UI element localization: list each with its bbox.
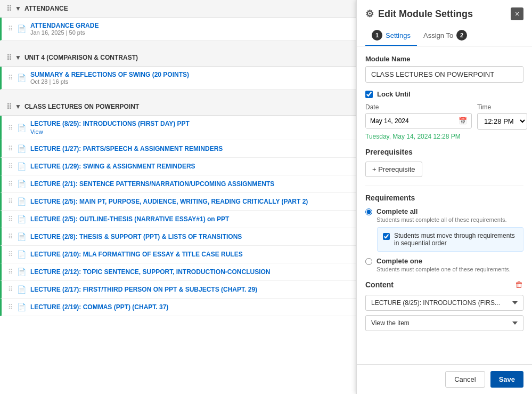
tab-assign-to-label: Assign To [423,31,453,39]
item-title: SUMMARY & REFLECTIONS OF SWING (20 POINT… [30,71,349,78]
list-item[interactable]: ⠿ 📄 SUMMARY & REFLECTIONS OF SWING (20 P… [0,67,356,90]
drag-handle-icon: ⠿ [8,145,13,152]
file-icon: 📄 [17,268,26,276]
modal-body: Module Name Lock Until Date 📅 Time [357,46,532,364]
tab-settings[interactable]: 1 Settings [365,26,417,46]
toggle-icon[interactable]: ▼ [15,5,21,12]
save-button[interactable]: Save [490,371,523,388]
sequential-label: Students must move through requirements … [394,232,518,247]
modal-title: ⚙ Edit Module Settings [365,8,473,20]
item-title: ATTENDANCE GRADE [30,22,349,29]
section-header-class-lectures[interactable]: ⠿ ▼ CLASS LECTURES ON POWERPOINT [0,98,356,116]
tab-settings-label: Settings [386,31,411,39]
item-content: LECTURE (1/29): SWING & ASSIGNMENT REMIN… [30,163,349,170]
list-item[interactable]: ⠿ 📄 ATTENDANCE GRADE Jan 16, 2025 | 50 p… [0,18,356,41]
content-header: Content 🗑 [365,280,523,290]
module-name-label: Module Name [365,55,523,63]
add-prerequisite-button[interactable]: + Prerequisite [365,162,422,177]
section-title-class-lectures: CLASS LECTURES ON POWERPOINT [24,103,139,110]
drag-handle-icon: ⠿ [8,163,13,170]
item-content: LECTURE (8/25): INTRODUCTIONS (FIRST DAY… [30,120,349,135]
item-title: LECTURE (2/1): SENTENCE PATTERNS/NARRATI… [30,180,349,188]
section-title-attendance: ATTENDANCE [24,5,68,12]
course-content-list: ⠿ ▼ ATTENDANCE ⠿ 📄 ATTENDANCE GRADE Jan … [0,0,356,394]
file-icon: 📄 [17,303,26,311]
item-title: LECTURE (2/5): OUTLINE-THESIS (NARRATIVE… [30,215,349,223]
item-title: LECTURE (2/17): FIRST/THIRD PERSON ON PP… [30,286,349,293]
content-title: Content [365,280,394,289]
complete-all-radio[interactable] [365,208,372,215]
complete-one-radio[interactable] [365,258,372,265]
item-title: LECTURE (8/25): INTRODUCTIONS (FIRST DAY… [30,120,349,127]
complete-all-row: Complete all Students must complete all … [365,207,523,223]
list-item[interactable]: ⠿ 📄 LECTURE (2/8): THESIS & SUPPORT (PPT… [0,228,356,246]
list-item[interactable]: ⠿ 📄 LECTURE (8/25): INTRODUCTIONS (FIRST… [0,116,356,140]
drag-handle-icon: ⠿ [8,198,13,205]
drag-handle-icon: ⠿ [8,124,13,132]
item-content: LECTURE (2/8): THESIS & SUPPORT (PPT) & … [30,233,349,240]
sequential-checkbox[interactable] [383,233,390,240]
toggle-icon[interactable]: ▼ [15,54,21,61]
time-select[interactable]: 12:28 PM [478,114,527,129]
item-content: LECTURE (2/10): MLA FORMATTING OF ESSAY … [30,251,349,258]
list-item[interactable]: ⠿ 📄 LECTURE (2/17): FIRST/THIRD PERSON O… [0,281,356,299]
section-header-attendance[interactable]: ⠿ ▼ ATTENDANCE [0,0,356,18]
list-item[interactable]: ⠿ 📄 LECTURE (2/10): MLA FORMATTING OF ES… [0,246,356,263]
lock-until-checkbox[interactable] [365,91,373,98]
list-item[interactable]: ⠿ 📄 LECTURE (2/1): SENTENCE PATTERNS/NAR… [0,175,356,193]
file-icon: 📄 [17,197,26,206]
spacer [0,41,356,49]
cancel-button[interactable]: Cancel [445,371,485,388]
delete-content-button[interactable]: 🗑 [515,280,523,290]
tab-assign-to[interactable]: Assign To 2 [417,26,473,46]
content-item-select[interactable]: LECTURE (8/25): INTRODUCTIONS (FIRS... [365,295,523,311]
lock-until-row: Lock Until [365,90,523,98]
requirements-title: Requirements [365,194,523,202]
section-title-unit4: UNIT 4 (COMPARISON & CONTRAST) [24,54,138,61]
list-item[interactable]: ⠿ 📄 LECTURE (2/5): MAIN PT, PURPOSE, AUD… [0,193,356,211]
list-item[interactable]: ⠿ 📄 LECTURE (2/12): TOPIC SENTENCE, SUPP… [0,263,356,281]
tab-badge-settings: 1 [372,30,382,41]
item-content: LECTURE (2/17): FIRST/THIRD PERSON ON PP… [30,286,349,293]
content-action-select[interactable]: View the item [365,315,523,331]
settings-icon: ⚙ [365,8,374,20]
item-content: ATTENDANCE GRADE Jan 16, 2025 | 50 pts [30,22,349,36]
list-item[interactable]: ⠿ 📄 LECTURE (1/27): PARTS/SPEECH & ASSIG… [0,140,356,158]
view-link[interactable]: View [30,128,43,135]
drag-handle-icon: ⠿ [8,251,13,258]
sequential-checkbox-row: Students must move through requirements … [377,227,523,252]
close-button[interactable]: × [511,7,523,20]
drag-handle-icon: ⠿ [8,74,13,82]
list-item[interactable]: ⠿ 📄 LECTURE (1/29): SWING & ASSIGNMENT R… [0,158,356,175]
modal-title-text: Edit Module Settings [378,9,473,20]
item-title: LECTURE (2/12): TOPIC SENTENCE, SUPPORT,… [30,268,349,276]
file-icon: 📄 [17,215,26,223]
file-icon: 📄 [17,74,26,82]
file-icon: 📄 [17,180,26,188]
modal-footer: Cancel Save [357,364,532,394]
drag-handle-icon: ⠿ [8,25,13,33]
calendar-icon[interactable]: 📅 [454,114,471,128]
list-item[interactable]: ⠿ 📄 LECTURE (2/19): COMMAS (PPT) (CHAPT.… [0,299,356,316]
date-input[interactable] [366,114,454,128]
list-item[interactable]: ⠿ 📄 LECTURE (2/5): OUTLINE-THESIS (NARRA… [0,211,356,228]
drag-handle-icon: ⠿ [8,180,13,188]
item-content: LECTURE (1/27): PARTS/SPEECH & ASSIGNMEN… [30,145,349,152]
section-header-unit4[interactable]: ⠿ ▼ UNIT 4 (COMPARISON & CONTRAST) [0,49,356,67]
item-content: LECTURE (2/5): MAIN PT, PURPOSE, AUDIENC… [30,198,349,205]
time-label: Time [477,103,527,111]
toggle-icon[interactable]: ▼ [15,103,21,110]
item-content: LECTURE (2/1): SENTENCE PATTERNS/NARRATI… [30,180,349,188]
requirements-radio-group: Complete all Students must complete all … [365,207,523,272]
complete-one-label-group: Complete one Students must complete one … [377,257,511,272]
item-title: LECTURE (1/29): SWING & ASSIGNMENT REMIN… [30,163,349,170]
prerequisites-title: Prerequisites [365,148,523,156]
tab-badge-assign-to: 2 [456,30,467,41]
complete-one-desc: Students must complete one of these requ… [377,266,511,272]
item-content: LECTURE (2/5): OUTLINE-THESIS (NARRATIVE… [30,215,349,223]
date-input-wrapper: 📅 [365,113,472,128]
module-name-input[interactable] [365,66,523,83]
time-field: Time 12:28 PM [477,103,527,130]
edit-module-settings-modal: ⚙ Edit Module Settings × 1 Settings Assi… [356,0,532,394]
date-time-row: Date 📅 Time 12:28 PM [365,103,523,130]
